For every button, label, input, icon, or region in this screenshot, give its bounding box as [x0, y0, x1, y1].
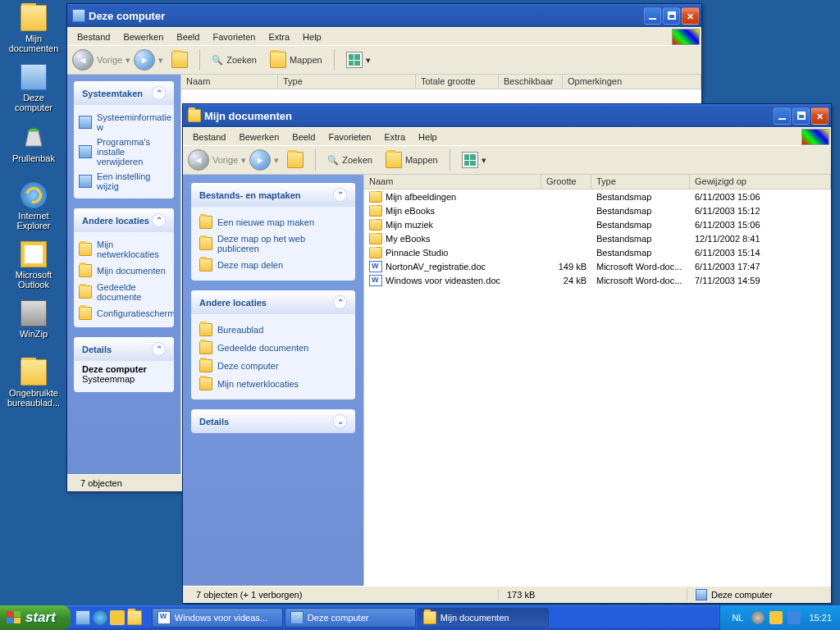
col-header[interactable]: Opmerkingen [563, 75, 701, 89]
titlebar[interactable]: Mijn documenten [183, 104, 831, 127]
search-button[interactable]: 🔍Zoeken [207, 52, 262, 68]
menu-extra[interactable]: Extra [262, 30, 296, 44]
views-button[interactable]: ▾ [457, 149, 491, 171]
file-listing[interactable]: Naam Grootte Type Gewijzigd op Mijn afbe… [363, 175, 831, 586]
ql-show-desktop-icon[interactable] [75, 610, 90, 625]
column-headers[interactable]: NaamTypeTotale grootteBeschikbaarOpmerki… [181, 75, 701, 89]
tray-icon[interactable] [769, 611, 783, 624]
folders-button[interactable]: Mappen [381, 149, 443, 171]
panel-details-header[interactable]: Details⌃ [74, 337, 174, 361]
toolbar: ◄ Vorige ▾ ►▾ 🔍Zoeken Mappen ▾ [183, 145, 831, 175]
side-link[interactable]: Bureaublad [199, 321, 347, 339]
menu-beeld[interactable]: Beeld [285, 130, 322, 144]
forward-button[interactable]: ► [134, 49, 155, 71]
file-row[interactable]: Pinnacle StudioBestandsmap6/11/2003 15:1… [364, 245, 831, 259]
menu-help[interactable]: Help [412, 130, 444, 144]
file-row[interactable]: NortonAV_registratie.doc149 kBMicrosoft … [364, 259, 831, 273]
back-button[interactable]: ◄ [72, 49, 94, 71]
status-left: 7 objecten (+ 1 verborgen) [188, 590, 498, 600]
side-link[interactable]: Gedeelde documente [79, 280, 169, 304]
col-header[interactable]: Totale grootte [416, 75, 499, 89]
desktop-icon-ongebruikte-bureaublad-[interactable]: Ongebruikte bureaublad... [3, 359, 64, 408]
side-link[interactable]: Gedeelde documenten [199, 339, 347, 357]
close-button[interactable] [811, 107, 829, 125]
side-link[interactable]: Deze map op het web publiceren [199, 231, 347, 256]
menu-beeld[interactable]: Beeld [170, 30, 206, 44]
minimize-button[interactable] [644, 7, 661, 25]
menu-favorieten[interactable]: Favorieten [322, 130, 377, 144]
column-headers[interactable]: Naam Grootte Type Gewijzigd op [364, 175, 831, 189]
menu-bewerken[interactable]: Bewerken [232, 130, 285, 144]
col-size[interactable]: Grootte [541, 175, 591, 189]
panel-systasks-header[interactable]: Systeemtaken⌃ [74, 81, 174, 105]
col-name[interactable]: Naam [364, 175, 541, 189]
menu-bestand[interactable]: Bestand [71, 30, 116, 44]
up-button[interactable] [167, 49, 193, 71]
side-link[interactable]: Mijn netwerklocaties [199, 375, 347, 393]
panel-filetasks-header[interactable]: Bestands- en maptaken⌃ [191, 183, 355, 207]
minimize-button[interactable] [774, 107, 791, 125]
side-link[interactable]: Systeeminformatie w [79, 110, 169, 135]
menu-extra[interactable]: Extra [377, 130, 412, 144]
side-link[interactable]: Een nieuwe map maken [199, 213, 347, 231]
side-link[interactable]: Een instelling wijzig [79, 169, 169, 194]
menu-favorieten[interactable]: Favorieten [206, 30, 262, 44]
col-date[interactable]: Gewijzigd op [690, 175, 831, 189]
menu-bewerken[interactable]: Bewerken [116, 30, 170, 44]
col-type[interactable]: Type [591, 175, 690, 189]
file-row[interactable]: Mijn afbeeldingenBestandsmap6/11/2003 15… [364, 189, 831, 203]
task-button[interactable]: Deze computer [285, 608, 416, 628]
side-link[interactable]: Mijn netwerklocaties [79, 237, 169, 262]
folder-icon [369, 219, 382, 231]
file-row[interactable]: Mijn muziekBestandsmap6/11/2003 15:06 [364, 217, 831, 231]
task-button[interactable]: Mijn documenten [418, 608, 549, 628]
panel-details-header[interactable]: Details⌄ [191, 409, 355, 433]
panel-other-header[interactable]: Andere locaties⌃ [191, 290, 355, 314]
window-mijn-documenten[interactable]: Mijn documenten BestandBewerkenBeeldFavo… [182, 103, 832, 604]
ql-explorer-icon[interactable] [127, 610, 142, 625]
search-button[interactable]: 🔍Zoeken [322, 153, 377, 168]
desktop-icon-winzip[interactable]: WinZip [3, 300, 64, 339]
desktop-icon-deze-computer[interactable]: Deze computer [3, 64, 64, 112]
menu-bestand[interactable]: Bestand [186, 130, 232, 144]
forward-button[interactable]: ► [249, 149, 271, 171]
tray-icon[interactable] [788, 611, 801, 624]
side-link[interactable]: Configuratiescherm [79, 304, 169, 322]
titlebar[interactable]: Deze computer [67, 4, 701, 27]
side-link[interactable]: Deze map delen [199, 256, 347, 274]
ql-ie-icon[interactable] [93, 610, 107, 625]
close-button[interactable] [682, 7, 699, 25]
windows-flag-icon [7, 611, 21, 624]
col-header[interactable]: Beschikbaar [499, 75, 563, 89]
language-indicator[interactable]: NL [728, 613, 746, 623]
side-link[interactable]: Deze computer [199, 357, 347, 375]
file-row[interactable]: My eBooksBestandsmap12/11/2002 8:41 [364, 231, 831, 245]
desktop-icon-microsoft-outlook[interactable]: Microsoft Outlook [3, 241, 64, 290]
menu-help[interactable]: Help [296, 30, 328, 44]
task-button[interactable]: Windows voor videas... [152, 608, 283, 628]
clock[interactable]: 15:21 [809, 613, 832, 623]
panel-other-header[interactable]: Andere locaties⌃ [74, 208, 174, 232]
file-row[interactable]: Mijn eBooksBestandsmap6/11/2003 15:12 [364, 203, 831, 217]
link-icon [79, 116, 92, 129]
desktop-icon-prullenbak[interactable]: Prullenbak [3, 123, 64, 163]
link-icon [79, 285, 92, 299]
views-button[interactable]: ▾ [341, 49, 376, 71]
desktop-icon-mijn-documenten[interactable]: Mijn documenten [3, 5, 64, 53]
maximize-button[interactable] [792, 107, 810, 125]
back-button[interactable]: ◄ [188, 149, 209, 171]
file-row[interactable]: Windows voor videasten.doc24 kBMicrosoft… [364, 273, 831, 287]
col-header[interactable]: Type [278, 75, 416, 89]
up-button[interactable] [282, 149, 308, 171]
system-tray[interactable]: NL 15:21 [719, 605, 840, 630]
computer-icon [696, 589, 707, 600]
ql-outlook-icon[interactable] [110, 610, 125, 625]
desktop-icon-internet-explorer[interactable]: Internet Explorer [3, 182, 64, 231]
start-button[interactable]: start [0, 605, 71, 630]
side-link[interactable]: Mijn documenten [79, 262, 169, 280]
col-header[interactable]: Naam [181, 75, 278, 89]
side-link[interactable]: Programma's installe verwijderen [79, 135, 169, 169]
folders-button[interactable]: Mappen [265, 49, 327, 71]
tray-icon[interactable] [751, 611, 765, 624]
maximize-button[interactable] [663, 7, 680, 25]
